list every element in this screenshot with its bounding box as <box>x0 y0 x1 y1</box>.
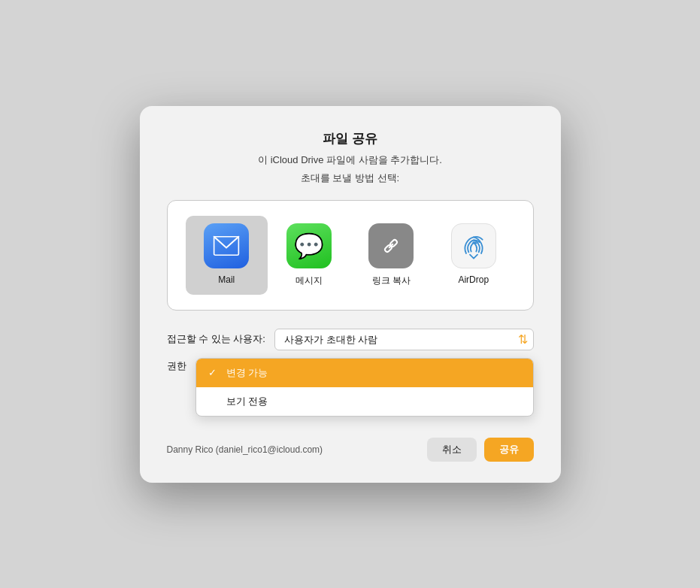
airdrop-label: AirDrop <box>458 274 489 285</box>
mail-envelope-svg <box>213 235 240 256</box>
messages-icon: 💬 <box>286 223 332 268</box>
footer-buttons: 취소 공유 <box>427 438 534 462</box>
access-label: 접근할 수 있는 사용자: <box>167 332 265 346</box>
access-select[interactable]: 사용자가 초대한 사람 <box>274 329 534 350</box>
dialog-footer: Danny Rico (daniel_rico1@icloud.com) 취소 … <box>167 438 534 462</box>
chain-link-svg <box>377 232 405 259</box>
user-info: Danny Rico (daniel_rico1@icloud.com) <box>167 444 323 455</box>
share-button[interactable]: 공유 <box>484 438 534 462</box>
airdrop-waves-svg <box>459 231 489 261</box>
permission-label: 권한 <box>167 358 186 373</box>
share-option-mail[interactable]: Mail <box>186 216 268 295</box>
dialog-title: 파일 공유 <box>167 130 534 147</box>
share-option-airdrop[interactable]: AirDrop <box>432 216 515 295</box>
dropdown-item-view-only[interactable]: 보기 전용 <box>196 387 533 416</box>
dialog-subtitle: 이 iCloud Drive 파일에 사람을 추가합니다. <box>167 153 534 167</box>
permission-dropdown: ✓ 변경 가능 보기 전용 <box>195 358 534 417</box>
access-row: 접근할 수 있는 사용자: 사용자가 초대한 사람 ⇅ <box>167 329 534 350</box>
view-only-label: 보기 전용 <box>226 395 268 408</box>
cancel-button[interactable]: 취소 <box>427 438 477 462</box>
dialog-instruction: 초대를 보낼 방법 선택: <box>167 171 534 185</box>
dropdown-item-editable[interactable]: ✓ 변경 가능 <box>196 359 533 387</box>
editable-label: 변경 가능 <box>226 366 268 380</box>
mail-icon <box>204 223 249 268</box>
mail-label: Mail <box>218 274 235 285</box>
messages-label: 메시지 <box>295 274 323 287</box>
access-select-wrapper: 사용자가 초대한 사람 ⇅ <box>274 329 534 350</box>
checkmark-icon: ✓ <box>208 367 220 378</box>
file-share-dialog: 파일 공유 이 iCloud Drive 파일에 사람을 추가합니다. 초대를 … <box>140 106 561 483</box>
share-option-messages[interactable]: 💬 메시지 <box>268 216 350 295</box>
svg-point-5 <box>472 241 474 244</box>
share-option-copy-link[interactable]: 링크 복사 <box>350 216 433 295</box>
copy-link-icon <box>368 223 414 268</box>
share-options-container: Mail 💬 메시지 링크 복사 <box>167 200 534 311</box>
copy-link-label: 링크 복사 <box>372 274 411 287</box>
permission-row: 권한 ✓ 변경 가능 보기 전용 <box>167 358 534 417</box>
airdrop-icon <box>451 223 496 268</box>
